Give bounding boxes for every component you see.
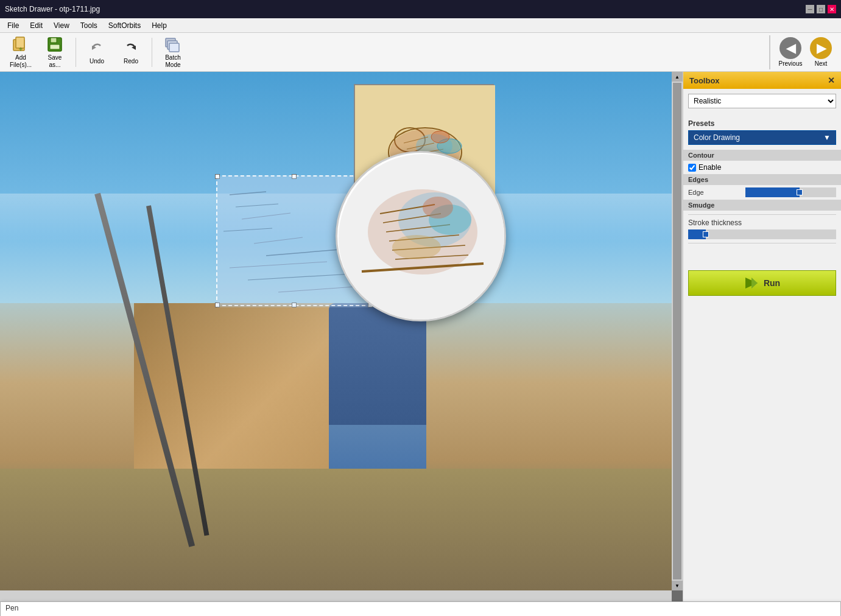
redo-label: Redo: [124, 58, 138, 65]
previous-button[interactable]: ◀ Previous: [775, 35, 806, 69]
titlebar: Sketch Drawer - otp-1711.jpg ─ □ ✕: [0, 0, 841, 18]
save-as-label: Saveas...: [48, 54, 62, 69]
edge-slider-row: Edge: [688, 187, 836, 197]
previous-label: Previous: [779, 60, 803, 67]
toolbox-content: Realistic Artistic Presets Color Drawing…: [683, 89, 841, 601]
svg-marker-50: [751, 278, 758, 289]
svg-text:+: +: [18, 45, 23, 53]
toolbox-panel: Toolbox ✕ Realistic Artistic Presets Col…: [683, 72, 841, 601]
svg-rect-10: [169, 43, 179, 52]
maximize-button[interactable]: □: [817, 5, 825, 13]
save-as-button[interactable]: Saveas...: [39, 36, 71, 69]
stroke-thickness-slider[interactable]: [688, 229, 836, 239]
batch-icon: [164, 36, 181, 53]
add-files-button[interactable]: + AddFile(s)...: [5, 36, 37, 69]
toolbox-close-button[interactable]: ✕: [828, 75, 835, 85]
contour-label: Contour: [688, 152, 714, 159]
svg-point-46: [423, 197, 453, 219]
menubar: File Edit View Tools SoftOrbits Help: [0, 18, 841, 33]
svg-point-35: [431, 131, 449, 143]
edges-label: Edges: [688, 176, 708, 183]
minimize-button[interactable]: ─: [806, 5, 814, 13]
canvas-horizontal-scrollbar[interactable]: [0, 590, 672, 601]
presets-selected-display[interactable]: Color Drawing ▼: [688, 130, 836, 145]
edge-slider-label: Edge: [688, 189, 743, 196]
toolbar-separator-2: [152, 38, 152, 67]
redo-icon: [122, 40, 139, 57]
presets-selected-text: Color Drawing: [694, 133, 740, 142]
menu-tools[interactable]: Tools: [76, 20, 102, 31]
next-button[interactable]: ▶ Next: [806, 35, 836, 69]
edge-slider-thumb[interactable]: [797, 189, 803, 195]
main-area: ▲ ▼ Toolbox ✕ Realistic Artistic Presets: [0, 72, 841, 601]
stroke-slider-thumb[interactable]: [703, 231, 709, 237]
previous-arrow-icon: ◀: [779, 37, 801, 59]
presets-dropdown-arrow-icon: ▼: [823, 133, 831, 142]
style-row: Realistic Artistic: [688, 94, 836, 113]
nav-controls: ◀ Previous ▶ Next: [769, 35, 836, 69]
ground: [0, 469, 672, 590]
run-button-label: Run: [764, 278, 780, 288]
scroll-down-arrow[interactable]: ▼: [672, 581, 683, 590]
smudge-section: Smudge: [688, 200, 836, 211]
edge-slider-fill: [745, 187, 800, 197]
contour-section: Contour Enable: [688, 150, 836, 172]
run-button[interactable]: Run: [688, 270, 836, 296]
divider-1: [688, 214, 836, 215]
window-controls: ─ □ ✕: [806, 5, 836, 13]
canvas-vertical-scrollbar[interactable]: ▲ ▼: [672, 72, 683, 590]
canvas-area[interactable]: ▲ ▼: [0, 72, 683, 601]
undo-icon: [88, 40, 105, 57]
redo-button[interactable]: Redo: [115, 36, 147, 69]
run-icon: [744, 277, 759, 289]
next-arrow-icon: ▶: [810, 37, 832, 59]
menu-softorbits[interactable]: SoftOrbits: [104, 20, 146, 31]
undo-label: Undo: [90, 58, 104, 65]
save-icon: [46, 36, 63, 53]
menu-view[interactable]: View: [49, 20, 74, 31]
toolbox-title: Toolbox: [689, 76, 720, 85]
stroke-thickness-section: Stroke thickness: [688, 219, 836, 239]
window-title: Sketch Drawer - otp-1711.jpg: [5, 5, 100, 13]
stroke-thickness-label: Stroke thickness: [688, 219, 836, 227]
magnifier-circle: [336, 151, 506, 321]
svg-rect-5: [50, 44, 60, 49]
enable-contour-row: Enable: [688, 163, 836, 172]
svg-rect-4: [51, 38, 57, 43]
scroll-thumb[interactable]: [673, 83, 681, 579]
toolbar-separator-1: [76, 38, 76, 67]
scroll-up-arrow[interactable]: ▲: [672, 72, 683, 82]
contour-header: Contour: [683, 150, 841, 161]
photo-scene: [0, 72, 672, 590]
undo-button[interactable]: Undo: [81, 36, 113, 69]
batch-mode-label: BatchMode: [165, 54, 181, 69]
smudge-header: Smudge: [683, 200, 841, 211]
edges-header: Edges: [683, 174, 841, 185]
menu-edit[interactable]: Edit: [25, 20, 48, 31]
edges-section: Edges Edge: [688, 174, 836, 197]
spacer: [688, 247, 836, 265]
toolbox-header: Toolbox ✕: [683, 72, 841, 89]
batch-mode-button[interactable]: BatchMode: [157, 36, 189, 69]
next-label: Next: [815, 60, 828, 67]
svg-point-47: [392, 235, 441, 259]
enable-contour-label: Enable: [698, 163, 721, 172]
divider-2: [688, 243, 836, 243]
smudge-label: Smudge: [688, 201, 714, 209]
canvas-content: [0, 72, 672, 590]
menu-help[interactable]: Help: [147, 20, 172, 31]
presets-label: Presets: [688, 119, 836, 128]
add-files-label: AddFile(s)...: [10, 54, 32, 69]
menu-file[interactable]: File: [2, 20, 24, 31]
close-button[interactable]: ✕: [828, 5, 836, 13]
enable-contour-checkbox[interactable]: [688, 164, 696, 172]
style-select[interactable]: Realistic Artistic: [688, 94, 836, 108]
add-files-icon: +: [12, 36, 29, 53]
toolbar: + AddFile(s)... Saveas... Undo: [0, 33, 841, 72]
